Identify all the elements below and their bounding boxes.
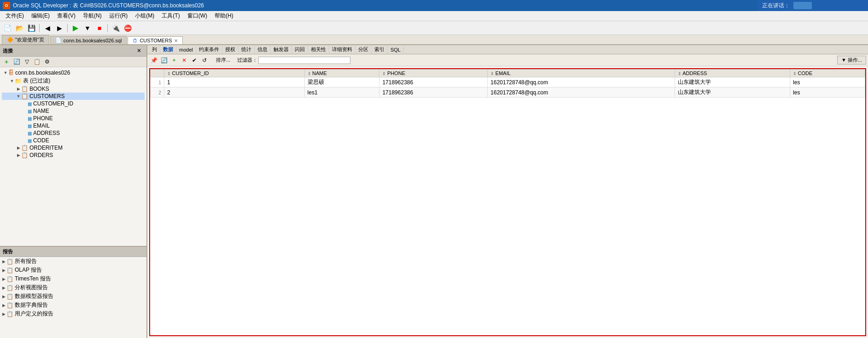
actions-button[interactable]: ▼ 操作... [837, 56, 866, 64]
address-cell-1[interactable]: 山东建筑大学 [675, 87, 790, 98]
tree-expand-9[interactable] [22, 138, 28, 143]
email-cell-0[interactable]: 16201728748@qq.com [488, 77, 675, 87]
panel-close-button[interactable]: ✕ [134, 47, 144, 55]
open-button[interactable]: 📂 [14, 23, 25, 33]
tree-expand-11[interactable]: ▶ [16, 152, 21, 158]
tree-item-9[interactable]: ▦CODE [2, 137, 145, 144]
menu-edit[interactable]: 编辑(E) [28, 11, 53, 21]
code-cell-1[interactable]: les [790, 87, 865, 98]
menu-run[interactable]: 运行(R) [105, 11, 132, 21]
back-button[interactable]: ◀ [42, 23, 53, 33]
menu-team[interactable]: 小组(M) [131, 11, 158, 21]
subtab-列[interactable]: 列 [149, 46, 160, 53]
tree-item-10[interactable]: ▶📋ORDERITEM [2, 144, 145, 152]
col-code[interactable]: ⇕ CODE [790, 70, 865, 77]
pin-button[interactable]: 📌 [149, 56, 158, 64]
add-connection-button[interactable]: + [2, 58, 11, 66]
name-cell-0[interactable]: 梁思硕 [304, 77, 379, 87]
tree-expand-6[interactable] [22, 116, 28, 121]
tree-expand-2[interactable]: ▶ [16, 86, 21, 92]
tree-expand-8[interactable] [22, 130, 28, 136]
subtab-数据[interactable]: 数据 [160, 46, 176, 53]
report-expand-6[interactable]: ▶ [1, 311, 6, 317]
report-expand-4[interactable]: ▶ [1, 294, 6, 299]
subtab-分区[interactable]: 分区 [355, 46, 372, 53]
report-item-1[interactable]: ▶📋OLAP 报告 [0, 266, 146, 274]
subtab-索引[interactable]: 索引 [372, 46, 388, 53]
sort-button[interactable]: 排序... [214, 56, 233, 64]
tree-item-1[interactable]: ▼📁表 (已过滤) [2, 76, 145, 85]
subtab-信息[interactable]: 信息 [255, 46, 271, 53]
menu-window[interactable]: 窗口(W) [184, 11, 211, 21]
subtab-授权[interactable]: 授权 [222, 46, 239, 53]
col-phone[interactable]: ⇕ PHONE [379, 70, 488, 77]
tree-expand-7[interactable] [22, 123, 28, 128]
subtab-model[interactable]: model [176, 47, 196, 53]
tree-expand-3[interactable]: ▼ [16, 93, 21, 99]
refresh-data-button[interactable]: 🔄 [159, 56, 169, 64]
tree-item-0[interactable]: ▼🗄conn.bs.booksales026 [2, 69, 145, 76]
refresh-button[interactable]: 🔄 [12, 58, 21, 66]
stop-button[interactable]: ■ [94, 23, 105, 33]
report-expand-1[interactable]: ▶ [1, 268, 6, 273]
filter-input[interactable] [258, 57, 350, 64]
tree-expand-5[interactable] [22, 108, 28, 114]
report-item-6[interactable]: ▶📋用户定义的报告 [0, 309, 146, 318]
table-row[interactable]: 11梁思硕171896238616201728748@qq.com山东建筑大学l… [151, 77, 865, 87]
report-item-3[interactable]: ▶📋分析视图报告 [0, 283, 146, 292]
config-button[interactable]: ⚙ [42, 58, 52, 66]
delete-row-button[interactable]: ✕ [180, 56, 189, 64]
subtab-闪回[interactable]: 闪回 [292, 46, 308, 53]
tree-item-4[interactable]: ▦CUSTOMER_ID [2, 100, 145, 107]
col-customer-id[interactable]: ⇕ CUSTOMER_ID [164, 70, 305, 77]
table-row[interactable]: 22les1171896238616201728748@qq.com山东建筑大学… [151, 87, 865, 98]
tab-welcome[interactable]: 🔶 "欢迎使用"页 [2, 35, 49, 44]
subtab-sql[interactable]: SQL [388, 47, 404, 53]
menu-help[interactable]: 帮助(H) [211, 11, 237, 21]
tree-item-6[interactable]: ▦PHONE [2, 115, 145, 122]
col-name[interactable]: ⇕ NAME [304, 70, 379, 77]
subtab-相关性[interactable]: 相关性 [308, 46, 329, 53]
expand-button[interactable]: 📋 [32, 58, 41, 66]
tree-expand-10[interactable]: ▶ [16, 145, 21, 151]
filter-button[interactable]: ▽ [22, 58, 31, 66]
tree-item-8[interactable]: ▦ADDRESS [2, 129, 145, 137]
phone-cell-1[interactable]: 1718962386 [379, 87, 488, 98]
menu-view[interactable]: 查看(V) [53, 11, 79, 21]
col-address[interactable]: ⇕ ADDRESS [675, 70, 790, 77]
report-item-4[interactable]: ▶📋数据模型器报告 [0, 292, 146, 301]
run-arrow-button[interactable]: ▼ [82, 23, 93, 33]
insert-row-button[interactable]: + [169, 56, 179, 64]
connect-button[interactable]: 🔌 [110, 23, 121, 33]
tree-expand-4[interactable] [22, 101, 28, 106]
tree-item-11[interactable]: ▶📋ORDERS [2, 152, 145, 159]
tree-item-5[interactable]: ▦NAME [2, 107, 145, 115]
tab-customers[interactable]: 🗒 CUSTOMERS ✕ [128, 36, 182, 44]
save-button[interactable]: 💾 [26, 23, 37, 33]
report-expand-3[interactable]: ▶ [1, 285, 6, 291]
subtab-约束条件[interactable]: 约束条件 [196, 46, 222, 53]
customer-id-cell-1[interactable]: 2 [164, 87, 305, 98]
tab-customers-close[interactable]: ✕ [174, 38, 178, 43]
address-cell-0[interactable]: 山东建筑大学 [675, 77, 790, 87]
tab-sql[interactable]: 📄 conn.bs.booksales026.sql [50, 36, 127, 44]
forward-button[interactable]: ▶ [54, 23, 65, 33]
subtab-详细资料[interactable]: 详细资料 [329, 46, 355, 53]
customer-id-cell-0[interactable]: 1 [164, 77, 305, 87]
tree-item-7[interactable]: ▦EMAIL [2, 122, 145, 129]
report-expand-0[interactable]: ▶ [1, 259, 6, 264]
new-file-button[interactable]: 📄 [2, 23, 13, 33]
col-rownum[interactable] [151, 70, 164, 77]
tree-expand-1[interactable]: ▼ [9, 78, 15, 84]
menu-navigate[interactable]: 导航(N) [79, 11, 105, 21]
row-num-cell-0[interactable]: 1 [151, 77, 164, 87]
commit-button[interactable]: ✔ [190, 56, 199, 64]
rollback-button[interactable]: ↺ [200, 56, 209, 64]
subtab-触发器[interactable]: 触发器 [271, 46, 292, 53]
tree-item-3[interactable]: ▼📋CUSTOMERS [2, 93, 145, 100]
report-item-5[interactable]: ▶📋数据字典报告 [0, 301, 146, 309]
col-email[interactable]: ⇕ EMAIL [488, 70, 675, 77]
disconnect-button[interactable]: ⛔ [122, 23, 133, 33]
report-expand-5[interactable]: ▶ [1, 303, 6, 308]
phone-cell-0[interactable]: 1718962386 [379, 77, 488, 87]
